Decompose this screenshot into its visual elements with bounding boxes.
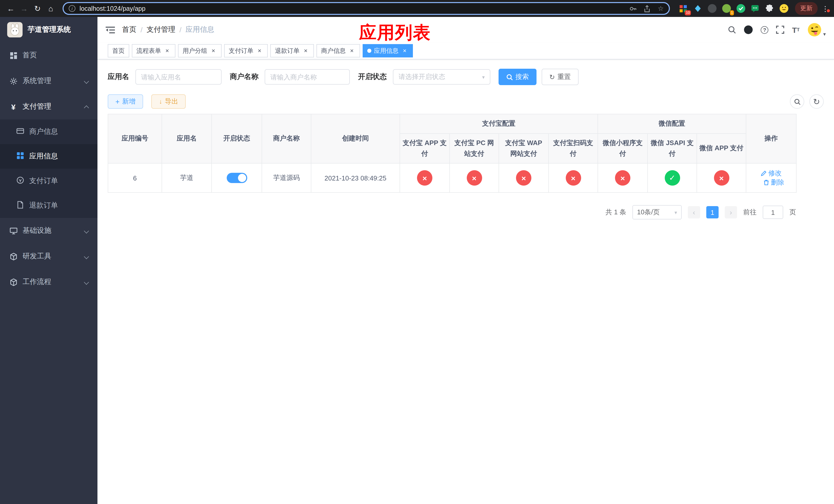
card-icon	[16, 127, 24, 136]
extensions-puzzle-icon[interactable]	[764, 3, 774, 14]
help-icon[interactable]: ?	[761, 26, 769, 33]
tab-refund-orders[interactable]: 退款订单 ×	[270, 44, 314, 58]
chevron-down-icon	[84, 279, 89, 284]
close-icon[interactable]: ×	[302, 47, 309, 54]
tab-user-group[interactable]: 用户分组 ×	[178, 44, 222, 58]
merchant-name-label: 商户名称	[230, 72, 259, 82]
close-icon[interactable]: ×	[210, 47, 217, 54]
tab-payment-orders[interactable]: 支付订单 ×	[224, 44, 268, 58]
sidebar-item-dev-tools[interactable]: 研发工具	[0, 244, 97, 269]
back-icon[interactable]: ←	[4, 2, 18, 15]
active-dot	[367, 49, 371, 53]
navbar: 首页 / 支付管理 / 应用信息 ?	[97, 17, 834, 43]
sidebar-fold-icon[interactable]	[106, 26, 115, 33]
close-icon[interactable]: ×	[348, 47, 355, 54]
fullscreen-icon[interactable]	[776, 26, 785, 34]
sidebar-item-label: 首页	[23, 51, 37, 60]
refresh-button[interactable]: ↻	[809, 94, 824, 109]
sidebar-item-app-info[interactable]: 应用信息	[0, 144, 97, 169]
sidebar-item-payment[interactable]: ¥ 支付管理	[0, 94, 97, 119]
close-icon[interactable]: ×	[401, 47, 408, 54]
share-icon[interactable]	[644, 5, 651, 12]
chevron-down-icon: ▾	[675, 210, 677, 215]
browser-update-button[interactable]: 更新	[795, 2, 818, 15]
tab-app-info[interactable]: 应用信息 ×	[363, 44, 413, 58]
extension-grid-icon[interactable]: 10	[678, 3, 688, 14]
status-toggle[interactable]	[226, 173, 247, 183]
main-area: 应用列表 首页 / 支付管理 / 应用信息	[97, 17, 834, 504]
tab-process-form[interactable]: 流程表单 ×	[132, 44, 175, 58]
avatar-caret-icon: ▾	[823, 31, 826, 37]
sidebar-item-refund-orders[interactable]: 退款订单	[0, 193, 97, 218]
search-icon[interactable]	[728, 26, 736, 34]
cell-merchant-name: 芋道源码	[262, 164, 311, 193]
app-table: 应用编号 应用名 开启状态 商户名称 创建时间 支付宝配置 微信配置 操作 支付…	[108, 114, 796, 193]
merchant-name-input[interactable]	[265, 69, 350, 85]
payment-submenu: 商户信息 应用信息 支付订单	[0, 119, 97, 218]
goto-page-input[interactable]	[763, 206, 783, 219]
sidebar-item-payment-orders[interactable]: 支付订单	[0, 169, 97, 193]
page-number-button[interactable]: 1	[706, 206, 719, 219]
reload-icon[interactable]: ↻	[31, 2, 44, 15]
forward-icon[interactable]: →	[18, 2, 31, 15]
reset-button[interactable]: ↻ 重置	[542, 69, 578, 85]
extension-badge: 10	[685, 10, 691, 15]
extension-avatar-icon[interactable]: 1	[721, 3, 731, 14]
prev-page-button[interactable]: ‹	[688, 206, 700, 219]
sidebar-item-infrastructure[interactable]: 基础设施	[0, 218, 97, 244]
close-icon[interactable]: ×	[256, 47, 263, 54]
toggle-search-button[interactable]	[790, 94, 804, 109]
breadcrumb-payment[interactable]: 支付管理	[147, 25, 175, 35]
alipay-app-status-icon: ×	[417, 170, 432, 186]
url-bar[interactable]: i localhost:1024/pay/app ☆	[63, 2, 670, 15]
extension-diamond-icon[interactable]	[693, 3, 703, 14]
extension-emoji-icon[interactable]	[778, 3, 789, 14]
user-avatar[interactable]: ▾	[807, 23, 826, 37]
sidebar-item-workflow[interactable]: 工作流程	[0, 269, 97, 295]
bookmark-star-icon[interactable]: ☆	[658, 5, 664, 12]
tab-merchant-info[interactable]: 商户信息 ×	[316, 44, 360, 58]
delete-link[interactable]: 删除	[763, 178, 784, 187]
github-icon[interactable]	[744, 25, 753, 35]
breadcrumb-home[interactable]: 首页	[122, 25, 136, 35]
yen-icon: ¥	[9, 102, 18, 111]
password-key-icon[interactable]	[630, 5, 637, 12]
app-name-input[interactable]	[135, 69, 222, 85]
app-frame: 芋道管理系统 首页 系统管理 ¥	[0, 17, 834, 504]
edit-link[interactable]: 修改	[761, 169, 782, 178]
sidebar-item-merchant-info[interactable]: 商户信息	[0, 119, 97, 144]
col-create-time: 创建时间	[311, 114, 400, 164]
browser-menu-kebab-icon[interactable]: ⋮	[821, 4, 830, 13]
page-unit-label: 页	[789, 208, 796, 217]
sidebar-logo[interactable]: 芋道管理系统	[0, 17, 97, 43]
col-group-alipay: 支付宝配置	[400, 114, 598, 134]
extension-dark-circle-icon[interactable]	[707, 3, 717, 14]
status-select[interactable]: 请选择开启状态 ▾	[393, 69, 490, 85]
chevron-down-icon: ▾	[482, 74, 485, 80]
app-name-label: 应用名	[108, 72, 129, 82]
col-alipay-wap: 支付宝 WAP 网站支付	[499, 134, 549, 164]
font-size-icon[interactable]: TT	[792, 25, 799, 34]
site-info-icon[interactable]: i	[69, 5, 75, 12]
breadcrumb-current: 应用信息	[186, 25, 214, 35]
extension-badge: 1	[730, 10, 734, 15]
gear-icon	[9, 77, 18, 85]
sidebar-item-home[interactable]: 首页	[0, 43, 97, 68]
extension-chat-icon[interactable]	[750, 3, 760, 14]
close-icon[interactable]: ×	[163, 47, 171, 54]
add-button[interactable]: + 新增	[108, 94, 143, 109]
extension-check-circle-icon[interactable]	[736, 3, 746, 14]
wechat-app-status-icon: ×	[714, 170, 729, 186]
box-icon	[9, 278, 18, 286]
page-content: 应用名 商户名称 开启状态 请选择开启状态 ▾ 搜索	[97, 60, 834, 504]
tab-home[interactable]: 首页	[108, 44, 129, 58]
export-button[interactable]: ↓ 导出	[151, 94, 186, 109]
sidebar-item-label: 基础设施	[23, 226, 51, 235]
sidebar-item-label: 退款订单	[29, 201, 58, 210]
sidebar-item-system[interactable]: 系统管理	[0, 68, 97, 94]
wechat-jsapi-status-icon: ✓	[664, 170, 680, 186]
page-size-select[interactable]: 10条/页 ▾	[632, 205, 682, 220]
home-icon[interactable]: ⌂	[44, 2, 58, 15]
search-button[interactable]: 搜索	[499, 69, 536, 85]
next-page-button[interactable]: ›	[725, 206, 737, 219]
